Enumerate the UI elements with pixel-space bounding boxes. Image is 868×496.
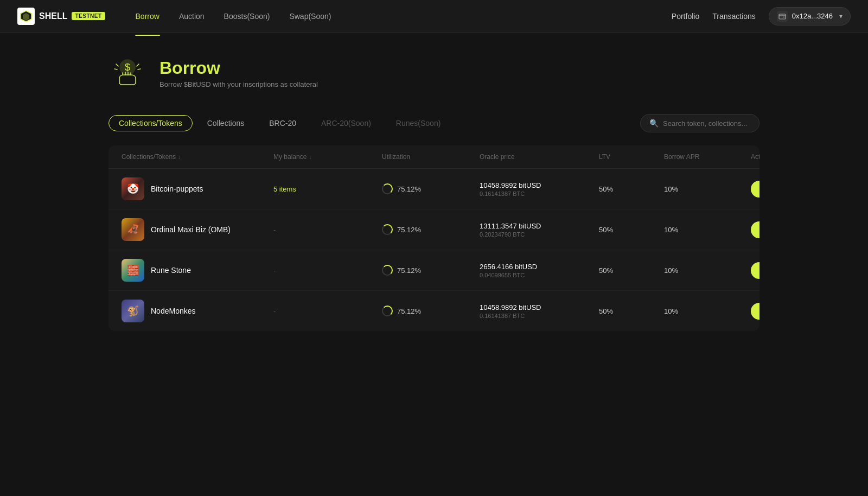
ltv-cell-omb: 50% <box>599 226 664 234</box>
sort-icon-balance: ↓ <box>309 154 311 160</box>
ltv-cell-nm: 50% <box>599 307 664 315</box>
filter-tab-runes: Runes(Soon) <box>386 115 451 131</box>
search-box[interactable]: 🔍 <box>640 114 760 132</box>
svg-point-3 <box>783 16 784 17</box>
collection-name-bp: Bitcoin-puppets <box>151 185 203 193</box>
filter-tab-collections[interactable]: Collections <box>197 115 254 131</box>
collection-thumb-nm: 🐒 <box>122 300 144 322</box>
search-icon: 🔍 <box>649 119 659 128</box>
util-cell-bp: 75.12% <box>382 183 480 194</box>
logo-icon <box>17 8 35 25</box>
balance-dash-nm: - <box>273 307 276 315</box>
collection-thumb-omb: 🦧 <box>122 218 144 241</box>
collection-name-omb: Ordinal Maxi Biz (OMB) <box>151 225 231 234</box>
balance-cell-bp: 5 items <box>273 185 382 193</box>
balance-dash-rs: - <box>273 266 276 275</box>
filter-row: Collections/Tokens Collections BRC-20 AR… <box>108 114 760 132</box>
page-header: $ Borrow Borrow $BitUSD with your inscri… <box>108 54 760 92</box>
collection-name-nm: NodeMonkes <box>151 307 196 315</box>
oracle-cell-nm: 10458.9892 bitUSD 0.16141387 BTC <box>480 303 599 319</box>
apr-cell-rs: 10% <box>664 266 751 275</box>
balance-dash-omb: - <box>273 226 276 234</box>
testnet-badge: TESTNET <box>72 12 105 20</box>
nav-link-borrow[interactable]: Borrow <box>127 8 168 25</box>
sort-icon-collections: ↓ <box>178 154 181 160</box>
col-header-utilization: Utilization <box>382 153 480 161</box>
oracle-main-nm: 10458.9892 bitUSD <box>480 303 599 311</box>
util-spinner-bp <box>382 183 393 194</box>
table-row: 🐒 NodeMonkes - 75.12% 10458.9892 bitUSD … <box>108 291 760 331</box>
oracle-sub-nm: 0.16141387 BTC <box>480 313 599 319</box>
oracle-cell-bp: 10458.9892 bitUSD 0.16141387 BTC <box>480 181 599 197</box>
balance-cell-rs: - <box>273 266 382 275</box>
util-cell-omb: 75.12% <box>382 224 480 235</box>
page-title: Borrow <box>159 58 318 78</box>
col-header-balance: My balance ↓ <box>273 153 382 161</box>
page-title-block: Borrow Borrow $BitUSD with your inscript… <box>159 58 318 88</box>
table-row: 🤡 Bitcoin-puppets 5 items 75.12% 10458.9… <box>108 169 760 209</box>
col-header-oracle: Oracle price <box>480 153 599 161</box>
oracle-cell-omb: 13111.3547 bitUSD 0.20234790 BTC <box>480 222 599 238</box>
oracle-main-rs: 2656.4166 bitUSD <box>480 263 599 271</box>
thumb-inner-nm: 🐒 <box>122 300 144 322</box>
collection-cell-bp: 🤡 Bitcoin-puppets <box>122 177 273 200</box>
oracle-main-omb: 13111.3547 bitUSD <box>480 222 599 230</box>
svg-text:$: $ <box>125 62 130 73</box>
oracle-cell-rs: 2656.4166 bitUSD 0.04099655 BTC <box>480 263 599 278</box>
collection-cell-omb: 🦧 Ordinal Maxi Biz (OMB) <box>122 218 273 241</box>
apr-cell-omb: 10% <box>664 226 751 234</box>
collection-name-rs: Rune Stone <box>151 266 191 275</box>
collection-cell-nm: 🐒 NodeMonkes <box>122 300 273 322</box>
util-cell-rs: 75.12% <box>382 265 480 276</box>
table-row: 🦧 Ordinal Maxi Biz (OMB) - 75.12% 13111.… <box>108 209 760 250</box>
ltv-cell-rs: 50% <box>599 266 664 275</box>
ltv-cell-bp: 50% <box>599 185 664 193</box>
filter-tab-all[interactable]: Collections/Tokens <box>108 115 193 131</box>
wallet-button[interactable]: 0x12a...3246 ▾ <box>769 7 851 26</box>
svg-line-7 <box>114 69 117 69</box>
balance-cell-omb: - <box>273 226 382 234</box>
portfolio-link[interactable]: Portfolio <box>672 12 699 21</box>
borrow-button-omb[interactable]: Borrow <box>751 221 760 238</box>
borrow-button-nm[interactable]: Borrow <box>751 303 760 320</box>
borrow-button-rs[interactable]: Borrow <box>751 262 760 279</box>
table-row: 🧱 Rune Stone - 75.12% 2656.4166 bitUSD 0… <box>108 250 760 291</box>
logo-text: SHELL <box>39 11 67 21</box>
apr-cell-bp: 10% <box>664 185 751 193</box>
collection-thumb-bp: 🤡 <box>122 177 144 200</box>
col-header-ltv: LTV <box>599 153 664 161</box>
filter-tab-arc20: ARC-20(Soon) <box>311 115 381 131</box>
transactions-link[interactable]: Transactions <box>712 12 756 21</box>
balance-cell-nm: - <box>273 307 382 315</box>
search-input[interactable] <box>663 119 750 128</box>
collection-thumb-rs: 🧱 <box>122 259 144 282</box>
collection-cell-rs: 🧱 Rune Stone <box>122 259 273 282</box>
nav-link-swap: Swap(Soon) <box>280 8 340 25</box>
actions-cell-bp: Borrow <box>751 181 760 198</box>
actions-cell-rs: Borrow <box>751 262 760 279</box>
page-icon: $ <box>108 54 146 92</box>
filter-tab-brc20[interactable]: BRC-20 <box>259 115 307 131</box>
thumb-inner-omb: 🦧 <box>122 218 144 241</box>
util-spinner-rs <box>382 265 393 276</box>
svg-line-6 <box>116 64 118 66</box>
logo[interactable]: SHELL TESTNET <box>17 8 105 25</box>
util-value-nm: 75.12% <box>397 307 421 315</box>
page-subtitle: Borrow $BitUSD with your inscriptions as… <box>159 80 318 88</box>
util-spinner-nm <box>382 306 393 316</box>
nav-links: Borrow Auction Boosts(Soon) Swap(Soon) <box>127 8 672 25</box>
thumb-inner-rs: 🧱 <box>122 259 144 282</box>
borrow-button-bp[interactable]: Borrow <box>751 181 760 198</box>
col-header-apr: Borrow APR <box>664 153 751 161</box>
util-spinner-omb <box>382 224 393 235</box>
data-table: Collections/Tokens ↓ My balance ↓ Utiliz… <box>108 145 760 331</box>
oracle-sub-omb: 0.20234790 BTC <box>480 231 599 238</box>
col-header-collections: Collections/Tokens ↓ <box>122 153 273 161</box>
nav-link-auction[interactable]: Auction <box>170 8 213 25</box>
navbar: SHELL TESTNET Borrow Auction Boosts(Soon… <box>0 0 868 33</box>
wallet-icon <box>777 11 788 22</box>
nav-link-boosts: Boosts(Soon) <box>215 8 279 25</box>
util-value-rs: 75.12% <box>397 266 421 275</box>
oracle-sub-rs: 0.04099655 BTC <box>480 272 599 278</box>
svg-line-9 <box>138 69 141 69</box>
